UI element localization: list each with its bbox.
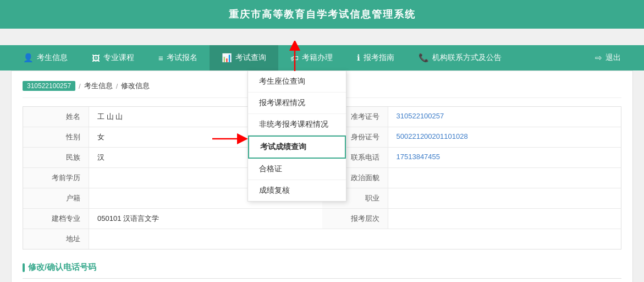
nav-kaosheng-xinxi[interactable]: 👤 考生信息 — [11, 45, 80, 70]
breadcrumb-item2: 修改信息 — [121, 81, 150, 91]
form-row-7: 地址 — [23, 229, 621, 249]
navbar: 👤 考生信息 🖼 专业课程 ≡ 考试报名 📊 考试查询 🏷 考籍办理 ℹ 报考指… — [0, 45, 644, 70]
info-icon: ℹ — [357, 53, 360, 63]
form-row-6: 建档专业 050101 汉语言文学 报考层次 — [23, 209, 621, 229]
phone-icon: 📞 — [419, 53, 429, 63]
breadcrumb-item1: 考生信息 — [84, 81, 113, 91]
value-zhiye — [388, 188, 621, 208]
value-jiandang-zhuanye: 050101 汉语言文学 — [89, 209, 322, 229]
exit-icon: ⇨ — [595, 53, 602, 63]
value-shenfenzheng: 500221200201101028 — [388, 127, 621, 147]
dropdown-baokao-kecheng[interactable]: 报考课程情况 — [248, 93, 346, 114]
label-jiandang-zhuanye: 建档专业 — [23, 209, 89, 229]
header: 重庆市高等教育自学考试信息管理系统 — [0, 0, 644, 29]
tag-icon: 🏷 — [290, 53, 299, 63]
list-icon: ≡ — [158, 53, 163, 63]
value-lianxi-dianhua: 17513847455 — [388, 148, 621, 167]
label-kaoxueli: 考前学历 — [23, 168, 89, 188]
nav-kaoshi-chaxun[interactable]: 📊 考试查询 — [210, 45, 278, 70]
section2-title: 修改/确认电话号码 — [23, 258, 621, 279]
dropdown-chengji-fuhue[interactable]: 成绩复核 — [248, 180, 346, 201]
nav-zhuanye-kecheng[interactable]: 🖼 专业课程 — [80, 45, 146, 70]
value-baokao-cengci — [388, 209, 621, 229]
value-zhengzhi — [388, 168, 621, 188]
dropdown-hegezheng[interactable]: 合格证 — [248, 159, 346, 180]
value-zhunkaozheng: 310522100257 — [388, 107, 621, 127]
nav-jigou-lianxi[interactable]: 📞 机构联系方式及公告 — [406, 45, 514, 70]
course-icon: 🖼 — [92, 53, 100, 63]
nav-tuichu[interactable]: ⇨ 退出 — [583, 45, 633, 70]
nav-kaoshi-baoming[interactable]: ≡ 考试报名 — [146, 45, 210, 70]
dropdown-feitongji-baokao[interactable]: 非统考报考课程情况 — [248, 114, 346, 135]
label-huji: 户籍 — [23, 188, 89, 208]
breadcrumb-sep1: / — [79, 82, 81, 90]
nav-kaoji-banli[interactable]: 🏷 考籍办理 — [278, 45, 345, 70]
dropdown-zuowei-chaxun[interactable]: 考生座位查询 — [248, 71, 346, 93]
label-xingbie: 性别 — [23, 127, 89, 147]
header-title: 重庆市高等教育自学考试信息管理系统 — [229, 9, 416, 20]
nav-baokao-zhinan[interactable]: ℹ 报考指南 — [345, 45, 406, 70]
dropdown-menu: 考生座位查询 报考课程情况 非统考报考课程情况 考试成绩查询 合格证 成绩复核 — [247, 70, 346, 202]
label-dizhi: 地址 — [23, 229, 89, 249]
breadcrumb-sep2: / — [116, 82, 118, 90]
label-minzu: 民族 — [23, 148, 89, 167]
person-icon: 👤 — [23, 53, 34, 63]
label-baokao-cengci: 报考层次 — [322, 209, 388, 229]
chart-icon: 📊 — [222, 53, 232, 63]
value-dizhi — [89, 229, 621, 249]
label-xingming: 姓名 — [23, 107, 89, 127]
breadcrumb-link[interactable]: 310522100257 — [23, 81, 75, 91]
dropdown-chengji-chaxun[interactable]: 考试成绩查询 — [248, 135, 346, 159]
